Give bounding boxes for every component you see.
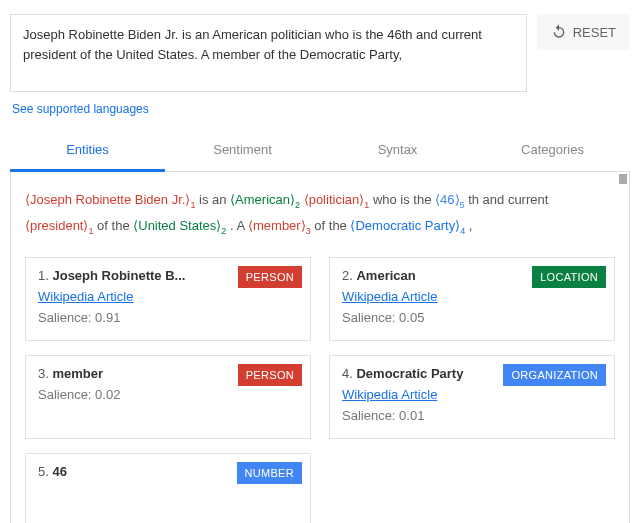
reset-icon [551, 23, 567, 42]
entity-type-tag: PERSON [238, 364, 302, 386]
entity-type-tag: LOCATION [532, 266, 606, 288]
salience-text: Salience: 0.91 [38, 310, 298, 325]
entity-card: NUMBER5. 46 [25, 453, 311, 523]
tab-syntax[interactable]: Syntax [320, 130, 475, 171]
entity-card: PERSON1. Joseph Robinette B...Wikipedia … [25, 257, 311, 341]
reset-label: RESET [573, 25, 616, 40]
entity-card: LOCATION2. AmericanWikipedia ArticleSali… [329, 257, 615, 341]
entity-cards: PERSON1. Joseph Robinette B...Wikipedia … [25, 257, 615, 523]
annotated-sentence: ⟨Joseph Robinette Biden Jr.⟩1 is an ⟨Ame… [25, 188, 615, 239]
salience-text: Salience: 0.05 [342, 310, 602, 325]
entity-type-tag: ORGANIZATION [503, 364, 606, 386]
wikipedia-link[interactable]: Wikipedia Article [38, 289, 133, 304]
wikipedia-link[interactable]: Wikipedia Article [342, 387, 437, 402]
tab-entities[interactable]: Entities [10, 130, 165, 172]
reset-button[interactable]: RESET [537, 14, 630, 50]
analysis-input[interactable] [10, 14, 527, 92]
entity-card: PERSON3. memberSalience: 0.02 [25, 355, 311, 439]
entity-type-tag: PERSON [238, 266, 302, 288]
tab-categories[interactable]: Categories [475, 130, 630, 171]
tab-sentiment[interactable]: Sentiment [165, 130, 320, 171]
tabs: Entities Sentiment Syntax Categories [10, 130, 630, 172]
results-panel: ⟨Joseph Robinette Biden Jr.⟩1 is an ⟨Ame… [10, 172, 630, 523]
salience-text: Salience: 0.02 [38, 387, 298, 402]
wikipedia-link[interactable]: Wikipedia Article [342, 289, 437, 304]
scrollbar-vertical[interactable] [619, 174, 627, 184]
salience-text: Salience: 0.01 [342, 408, 602, 423]
entity-type-tag: NUMBER [237, 462, 302, 484]
supported-languages-link[interactable]: See supported languages [12, 102, 149, 116]
entity-card: ORGANIZATION4. Democratic PartyWikipedia… [329, 355, 615, 439]
